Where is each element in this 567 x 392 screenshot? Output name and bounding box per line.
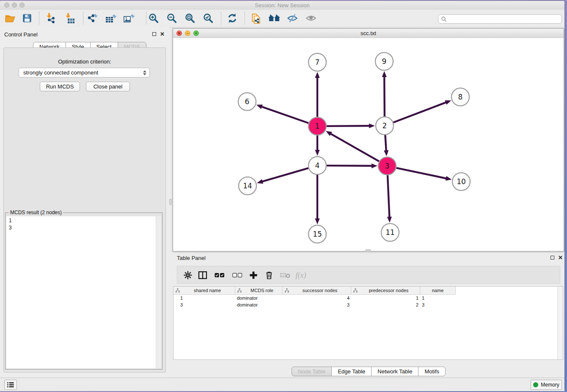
control-panel: Control Panel ✕ NetworkStyleSelectMCDS O…: [0, 27, 169, 378]
table-rows: 1dominator4113dominator323: [173, 295, 557, 308]
graph-edge-3-1[interactable]: [330, 133, 379, 161]
graph-node-7[interactable]: 7: [308, 53, 326, 71]
column-header-name[interactable]: name: [420, 287, 456, 295]
float-panel-icon[interactable]: [152, 32, 156, 36]
open-session-icon[interactable]: [3, 11, 18, 25]
graph-edge-1-6[interactable]: [261, 107, 308, 123]
export-image-icon[interactable]: [121, 11, 137, 25]
cell-predecessor-nodes[interactable]: 1: [351, 295, 420, 301]
cell-successor-nodes[interactable]: 4: [283, 295, 351, 301]
export-table-icon[interactable]: [103, 11, 118, 25]
save-session-icon[interactable]: [19, 11, 35, 25]
network-view-window: ✕ − + scc.txt 7968124314101511: [173, 28, 564, 251]
zoom-fit-icon[interactable]: [182, 11, 198, 25]
memory-status-icon: [533, 382, 538, 387]
delete-table-icon[interactable]: [278, 269, 292, 282]
table-close-panel-icon[interactable]: ✕: [558, 256, 563, 260]
tab-network-table[interactable]: Network Table: [371, 367, 418, 376]
column-header-predecessor-nodes[interactable]: predecessor nodes: [351, 287, 420, 295]
table-float-panel-icon[interactable]: [550, 256, 554, 259]
cell-successor-nodes[interactable]: 3: [283, 301, 351, 308]
clone-network-icon[interactable]: [248, 11, 264, 25]
delete-column-trash-icon[interactable]: [262, 269, 276, 282]
status-bar: Memory: [0, 378, 564, 391]
optimization-criterion-select[interactable]: strongly connected component: [19, 68, 150, 77]
table-row[interactable]: 1dominator411: [173, 295, 557, 301]
column-header-shared-name[interactable]: shared name: [173, 287, 235, 295]
app-titlebar: Session: New Session: [0, 1, 564, 10]
svg-text:8: 8: [458, 93, 463, 101]
graph-edge-2-8[interactable]: [394, 102, 447, 122]
table-settings-gear-icon[interactable]: [181, 269, 195, 282]
network-canvas[interactable]: 7968124314101511: [173, 38, 564, 251]
graph-node-15[interactable]: 15: [308, 225, 326, 243]
graph-edge-1-2[interactable]: [327, 126, 370, 126]
cell-shared-name[interactable]: 1: [173, 295, 235, 301]
cell-MCDS-role[interactable]: dominator: [235, 301, 283, 308]
cell-name[interactable]: 3: [420, 301, 456, 308]
horizontal-splitter-handle[interactable]: [366, 249, 371, 252]
zoom-in-icon[interactable]: [146, 11, 161, 25]
export-network-icon[interactable]: [85, 11, 100, 25]
graph-edge-2-3[interactable]: [385, 135, 386, 151]
search-field[interactable]: [438, 14, 562, 24]
attribute-tree-icon: [353, 288, 358, 293]
create-column-icon[interactable]: [247, 269, 260, 282]
select-all-icon[interactable]: [213, 269, 226, 282]
graph-edge-arrowhead: [256, 105, 263, 109]
graph-node-1[interactable]: 1: [308, 117, 326, 135]
run-mcds-button[interactable]: Run MCDS: [40, 82, 80, 91]
import-table-icon[interactable]: [62, 11, 77, 25]
column-header-successor-nodes[interactable]: successor nodes: [283, 287, 351, 295]
cell-name[interactable]: 1: [420, 295, 456, 301]
graph-node-4[interactable]: 4: [308, 157, 326, 174]
cell-shared-name[interactable]: 3: [173, 301, 235, 308]
column-header-MCDS-role[interactable]: MCDS role: [235, 287, 283, 295]
table-row[interactable]: 3dominator323: [173, 301, 557, 308]
refresh-style-icon[interactable]: [225, 11, 240, 25]
cell-MCDS-role[interactable]: dominator: [235, 295, 283, 301]
graph-edge-2-9[interactable]: [384, 76, 385, 116]
graph-edge-arrowhead: [315, 150, 319, 156]
close-panel-button[interactable]: Close panel: [86, 82, 130, 91]
cell-predecessor-nodes[interactable]: 2: [351, 301, 420, 308]
graph-node-6[interactable]: 6: [238, 93, 256, 110]
graph-edge-3-10[interactable]: [396, 168, 447, 179]
graph-edge-arrowhead: [387, 217, 392, 223]
show-graphics-details-icon[interactable]: [303, 11, 319, 25]
tab-motifs[interactable]: Motifs: [418, 367, 446, 376]
search-input[interactable]: [447, 16, 561, 22]
svg-text:9: 9: [382, 57, 387, 66]
vertical-splitter-handle[interactable]: [169, 199, 172, 205]
memory-button[interactable]: Memory: [531, 380, 562, 390]
close-panel-icon[interactable]: ✕: [160, 32, 165, 36]
graph-edge-4-3[interactable]: [327, 166, 372, 166]
svg-text:2: 2: [383, 121, 387, 130]
graph-edge-arrowhead: [257, 179, 263, 184]
result-scrollbar[interactable]: [156, 216, 161, 368]
mcds-result-area[interactable]: 1 3: [6, 216, 161, 368]
home-icon[interactable]: [267, 11, 282, 25]
zoom-out-icon[interactable]: [164, 11, 179, 25]
graph-node-14[interactable]: 14: [239, 177, 256, 195]
tab-edge-table[interactable]: Edge Table: [331, 367, 372, 376]
task-history-button[interactable]: [4, 380, 17, 390]
graph-node-11[interactable]: 11: [381, 224, 399, 241]
graph-edge-arrowhead: [445, 100, 451, 105]
graph-node-3[interactable]: 3: [378, 157, 396, 175]
network-window-titlebar[interactable]: ✕ − + scc.txt: [173, 29, 564, 39]
graph-node-10[interactable]: 10: [452, 173, 470, 190]
graph-edge-4-14[interactable]: [262, 168, 308, 182]
table-scrollbar[interactable]: [557, 287, 563, 359]
graph-node-9[interactable]: 9: [375, 52, 393, 70]
tab-node-table[interactable]: Node Table: [292, 367, 332, 376]
function-builder-icon[interactable]: f(x): [294, 269, 308, 282]
hide-graphics-details-icon[interactable]: [285, 11, 300, 25]
graph-node-2[interactable]: 2: [376, 117, 394, 135]
show-columns-icon[interactable]: [196, 269, 209, 282]
graph-node-8[interactable]: 8: [451, 88, 469, 106]
unselect-all-icon[interactable]: [231, 269, 244, 282]
zoom-selected-icon[interactable]: [201, 11, 216, 25]
import-network-icon[interactable]: [43, 11, 58, 25]
graph-edge-3-11[interactable]: [388, 175, 389, 218]
